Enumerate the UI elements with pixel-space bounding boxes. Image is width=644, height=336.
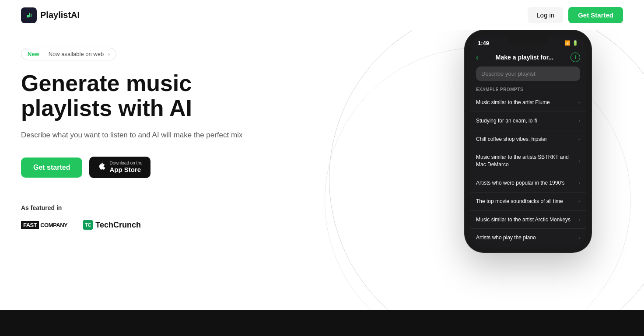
logo: PlaylistAI: [21, 7, 80, 23]
phone-prompt-item[interactable]: Music similar to the artist Arctic Monke…: [470, 211, 586, 229]
featured-section: As featured in fastcompany TC TechCrunch: [21, 204, 301, 230]
footer-dark: [0, 310, 644, 336]
phone-prompt-text: Chill coffee shop vibes, hipster: [476, 136, 578, 143]
wifi-icon: 📶: [564, 40, 570, 46]
navbar: PlaylistAI Log in Get Started: [0, 0, 644, 30]
phone-prompt-text: Studying for an exam, lo-fi: [476, 117, 578, 125]
hero-cta: Get started Download on the App Store: [21, 157, 301, 178]
techcrunch-logo: TC TechCrunch: [83, 220, 141, 230]
phone-prompt-item[interactable]: Artists who play the piano ›: [470, 229, 586, 247]
phone-status-icons: 📶 🔋: [564, 40, 578, 46]
svg-rect-1: [29, 13, 30, 17]
phone-prompt-item[interactable]: Music similar to the artist Flume ›: [470, 94, 586, 112]
hero-left: New Now available on web › Generate musi…: [21, 48, 301, 230]
new-badge-label: New: [28, 51, 39, 57]
phone-inner: 1:49 📶 🔋 ‹ Make a playlist for... i Desc…: [470, 35, 586, 247]
apple-icon: [97, 161, 106, 174]
phone-prompts-list: Music similar to the artist Flume › Stud…: [470, 94, 586, 247]
techcrunch-text: TechCrunch: [95, 220, 141, 230]
phone-prompt-text: Music similar to the artists SBTRKT and …: [476, 154, 578, 168]
phone-search-bar: Describe your playlist: [476, 66, 580, 81]
featured-label: As featured in: [21, 204, 301, 211]
phone-prompt-item[interactable]: Studying for an exam, lo-fi ›: [470, 112, 586, 130]
get-started-button[interactable]: Get started: [21, 158, 82, 178]
chevron-right-icon: ›: [578, 217, 580, 223]
badge-divider: [44, 51, 44, 57]
hero-section: New Now available on web › Generate musi…: [0, 30, 644, 310]
phone-prompt-item[interactable]: Artists who were popular in the 1990's ›: [470, 174, 586, 192]
phone-prompt-item[interactable]: Music similar to the artists SBTRKT and …: [470, 148, 586, 174]
chevron-right-icon: ›: [578, 136, 580, 142]
phone-outer: 1:49 📶 🔋 ‹ Make a playlist for... i Desc…: [465, 30, 592, 252]
app-store-download-text: Download on the: [109, 161, 142, 165]
badge-arrow: ›: [108, 51, 110, 57]
logo-icon: [21, 7, 37, 23]
app-store-name: App Store: [109, 165, 141, 174]
tc-icon: TC: [83, 220, 93, 230]
app-store-text: Download on the App Store: [109, 161, 142, 174]
phone-prompt-text: Artists who play the piano: [476, 234, 578, 242]
svg-rect-2: [31, 14, 32, 17]
fast-company-logo: fastcompany: [21, 222, 67, 228]
phone-time: 1:49: [478, 40, 489, 46]
chevron-right-icon: ›: [578, 198, 580, 204]
featured-logos: fastcompany TC TechCrunch: [21, 220, 301, 230]
info-icon: i: [570, 52, 580, 62]
chevron-right-icon: ›: [578, 180, 580, 186]
phone-prompt-text: The top movie soundtracks of all time: [476, 198, 578, 205]
phone-header: ‹ Make a playlist for... i: [470, 49, 586, 66]
hero-subtitle: Describe what you want to listen to and …: [21, 130, 301, 141]
chevron-right-icon: ›: [578, 118, 580, 124]
chevron-right-icon: ›: [578, 235, 580, 241]
phone-prompt-item[interactable]: Chill coffee shop vibes, hipster ›: [470, 130, 586, 149]
phone-prompt-text: Artists who were popular in the 1990's: [476, 179, 578, 187]
phone-section-label: EXAMPLE PROMPTS: [470, 84, 586, 94]
app-store-button[interactable]: Download on the App Store: [89, 157, 150, 178]
phone-header-title: Make a playlist for...: [496, 54, 553, 61]
nav-actions: Log in Get Started: [528, 7, 623, 23]
new-badge: New Now available on web ›: [21, 48, 116, 60]
chevron-right-icon: ›: [578, 158, 580, 164]
logo-text: PlaylistAI: [40, 10, 80, 20]
badge-description: Now available on web: [49, 51, 104, 57]
phone-prompt-item[interactable]: The top movie soundtracks of all time ›: [470, 192, 586, 211]
chevron-right-icon: ›: [578, 99, 580, 105]
get-started-nav-button[interactable]: Get Started: [568, 7, 623, 23]
phone-prompt-text: Music similar to the artist Flume: [476, 99, 578, 106]
phone-prompt-text: Music similar to the artist Arctic Monke…: [476, 216, 578, 224]
hero-title: Generate music playlists with AI: [21, 71, 248, 121]
battery-icon: 🔋: [572, 40, 578, 46]
phone-mockup: 1:49 📶 🔋 ‹ Make a playlist for... i Desc…: [465, 30, 592, 252]
phone-notch: [508, 35, 548, 45]
login-button[interactable]: Log in: [528, 7, 563, 23]
back-icon: ‹: [476, 53, 479, 62]
